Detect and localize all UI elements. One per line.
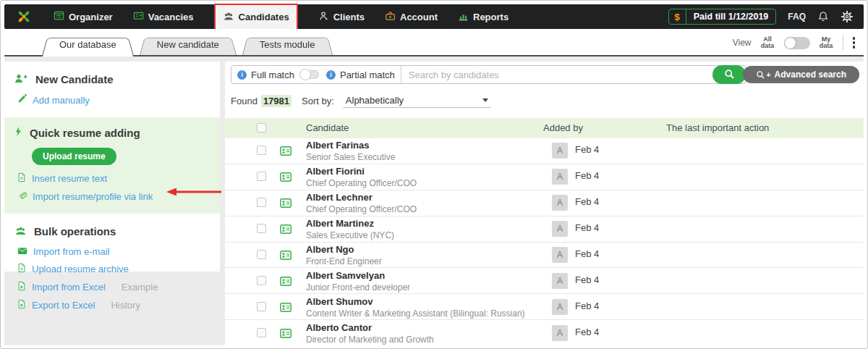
people-group-icon [14, 225, 27, 237]
excel-example-link[interactable]: Example [122, 282, 158, 293]
candidate-cell: Albert Ngo Front-End Engineer [306, 243, 382, 266]
all-data-option[interactable]: All data [758, 36, 778, 50]
upload-resume-archive-link[interactable]: Upload resume archive [17, 260, 210, 278]
results-summary: Found 17981 Sort by: Alphabetically [231, 93, 491, 108]
added-date: Feb 4 [575, 248, 599, 259]
person-plus-icon [14, 73, 28, 85]
column-last-action: The last important action [666, 122, 769, 133]
more-menu-icon[interactable] [850, 35, 859, 50]
table-row: Alberto Cantor Director of Marketing and… [225, 320, 864, 345]
upload-resume-button[interactable]: Upload resume [32, 148, 116, 165]
table-header: Candidate Added by The last important ac… [225, 118, 864, 138]
partial-match-info-icon[interactable]: i [326, 70, 336, 80]
found-label: Found [231, 96, 258, 106]
full-match-info-icon[interactable]: i [237, 70, 247, 80]
row-checkbox[interactable] [257, 172, 266, 181]
candidate-card-icon[interactable] [280, 250, 292, 263]
bell-icon[interactable] [817, 11, 829, 22]
data-scope-toggle[interactable] [784, 37, 810, 49]
added-date: Feb 4 [575, 274, 599, 285]
candidate-cell: Alberto Cantor Director of Marketing and… [306, 321, 434, 344]
added-by-avatar[interactable]: A [552, 247, 568, 263]
paid-till-badge[interactable]: $ Paid till 1/12/2019 [668, 9, 777, 25]
row-checkbox[interactable] [257, 276, 266, 285]
advanced-search-button[interactable]: + Advanced search [743, 66, 859, 83]
table-rows: Albert Farinas Senior Sales Executive A … [225, 138, 864, 345]
nav-item-clients[interactable]: Clients [318, 11, 365, 23]
column-candidate: Candidate [306, 122, 349, 133]
found-count: 17981 [261, 95, 292, 107]
candidate-cell: Albert Farinas Senior Sales Executive [306, 140, 395, 162]
export-to-excel-link[interactable]: Export to Excel History [17, 296, 210, 314]
tab-tests-module[interactable]: Tests module [242, 35, 333, 55]
row-checkbox[interactable] [257, 198, 266, 207]
row-checkbox[interactable] [257, 302, 266, 311]
candidate-card-icon[interactable] [280, 276, 292, 289]
partial-match-label: Partial match [340, 70, 395, 80]
added-by-avatar[interactable]: A [552, 169, 568, 185]
people-icon [223, 11, 234, 23]
tab-new-candidate[interactable]: New candidate [140, 35, 237, 55]
added-by-avatar[interactable]: A [552, 221, 568, 237]
row-checkbox[interactable] [257, 224, 266, 233]
gear-icon[interactable] [841, 10, 854, 23]
quick-resume-header: Quick resume adding [14, 122, 210, 145]
import-from-excel-link[interactable]: Import from Excel Example [17, 278, 210, 296]
nav-label: Vacancies [148, 12, 194, 22]
briefcase-icon [385, 11, 396, 23]
candidate-card-icon[interactable] [280, 198, 292, 211]
insert-resume-text-link[interactable]: Insert resume text [17, 169, 210, 188]
candidate-title: Director of Marketing and Growth [306, 334, 434, 344]
nav-item-candidates[interactable]: Candidates [214, 4, 298, 30]
pencil-icon [17, 94, 27, 106]
nav-label: Organizer [69, 12, 113, 22]
app-logo-icon[interactable] [14, 7, 33, 26]
added-by-avatar[interactable]: A [552, 273, 568, 289]
add-manually-link[interactable]: Add manually [17, 91, 210, 109]
table-row: Albert Shumov Content Writer & Marketing… [225, 294, 864, 320]
magnifier-plus-icon [756, 70, 765, 80]
added-by-avatar[interactable]: A [552, 299, 568, 315]
row-checkbox[interactable] [257, 146, 266, 155]
match-mode-toggle[interactable] [300, 70, 319, 79]
candidate-card-icon[interactable] [280, 172, 292, 185]
sort-select[interactable]: Alphabetically [343, 93, 491, 108]
candidate-name[interactable]: Albert Lechner [306, 192, 417, 203]
candidate-name[interactable]: Albert Shumov [306, 295, 525, 306]
new-candidate-section: New Candidate Add manually [4, 62, 220, 117]
select-all-checkbox[interactable] [257, 123, 266, 133]
candidate-card-icon[interactable] [280, 146, 292, 159]
candidate-name[interactable]: Albert Fiorini [306, 166, 417, 177]
excel-history-link[interactable]: History [111, 300, 140, 311]
my-data-option[interactable]: My data [817, 36, 836, 50]
candidate-card-icon[interactable] [280, 328, 292, 341]
candidate-title: Senior Sales Executive [306, 152, 395, 162]
main-nav: Organizer Vacancies Candidates Clients [54, 4, 509, 29]
candidate-name[interactable]: Albert Martinez [306, 218, 394, 229]
row-checkbox[interactable] [257, 328, 266, 337]
sort-by-label: Sort by: [302, 96, 334, 106]
candidate-name[interactable]: Alberto Cantor [306, 321, 434, 332]
candidate-card-icon[interactable] [280, 224, 292, 237]
tabs-bar: Our database New candidate Tests module … [4, 29, 864, 56]
candidate-card-icon[interactable] [280, 302, 292, 315]
added-by-avatar[interactable]: A [552, 195, 568, 211]
candidate-name[interactable]: Albert Farinas [306, 140, 395, 151]
nav-item-organizer[interactable]: Organizer [54, 10, 113, 23]
nav-item-account[interactable]: Account [385, 11, 438, 23]
added-by-avatar[interactable]: A [552, 325, 568, 341]
candidate-name[interactable]: Albert Ngo [306, 243, 382, 254]
view-label: View [733, 38, 752, 48]
candidate-name[interactable]: Albert Samvelyan [306, 269, 410, 280]
nav-item-vacancies[interactable]: Vacancies [133, 10, 194, 23]
import-from-email-link[interactable]: Import from e-mail [17, 243, 210, 260]
search-button[interactable] [712, 65, 746, 84]
row-checkbox[interactable] [257, 250, 266, 259]
search-input[interactable] [401, 66, 712, 83]
excel-document-icon [17, 281, 26, 293]
added-by-avatar[interactable]: A [552, 143, 568, 159]
faq-link[interactable]: FAQ [788, 12, 806, 22]
toggle-knob [785, 38, 796, 49]
tab-our-database[interactable]: Our database [42, 35, 134, 55]
nav-item-reports[interactable]: Reports [458, 11, 509, 23]
